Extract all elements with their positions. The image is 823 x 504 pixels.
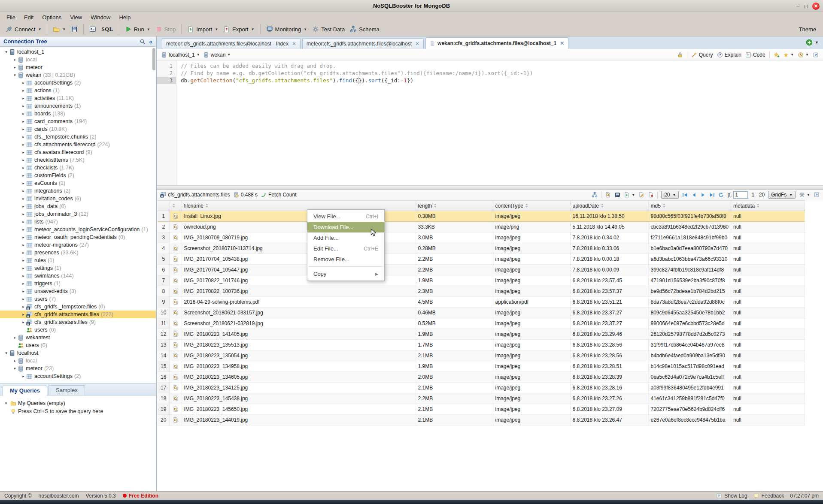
tree-item-unsaved-edits[interactable]: ▸unsaved-edits(3) [0,287,156,295]
table-row[interactable]: 7IMG_20170822_101746.jpg1.9MBimage/jpeg6… [158,275,805,286]
database-selector[interactable]: wekan ▼ [203,52,231,58]
explain-button[interactable]: ? Explain [717,52,741,58]
tree-item-cfs-attachments-filerecord[interactable]: ▸cfs.attachments.filerecord(224) [0,141,156,148]
row-view-cell[interactable] [170,232,182,243]
cell-length[interactable]: 2.3MB [416,286,493,297]
test-data-button[interactable]: Test Data [311,25,346,33]
cell-contenttype[interactable]: image/jpeg [493,415,570,426]
cell-uploaddate[interactable]: 6.8.2018 klo 23.27.09 [570,404,648,415]
table-row[interactable]: 14IMG_20180223_135054.jpg2.1MBimage/jpeg… [158,350,805,361]
cell-uploaddate[interactable]: 5.11.2018 klo 14.49.05 [570,222,648,232]
cell-uploaddate[interactable]: 6.8.2018 klo 23.28.56 [570,340,648,350]
view-document-icon[interactable] [173,224,179,230]
cell-uploaddate[interactable]: 6.8.2018 klo 23.37.27 [570,318,648,329]
tree-item-meteor-migrations[interactable]: ▸meteor-migrations(27) [0,241,156,249]
tree-item-rules[interactable]: ▸rules(1) [0,257,156,264]
cell-filename[interactable]: IMG_20180223_134125.jpg [182,383,416,393]
view-document-icon[interactable] [173,267,179,273]
tree-item-invitation-codes[interactable]: ▸invitation_codes(6) [0,195,156,202]
view-document-icon[interactable] [173,278,179,284]
view-mode-select[interactable]: GridFs ▼ [768,191,796,199]
cell-contenttype[interactable]: image/jpeg [493,265,570,275]
cell-md5[interactable]: 7202775eae70e5624b9d824cff6 [648,404,731,415]
cell-md5[interactable]: 26120d25798778dd7d2d5c0273 [648,329,731,340]
close-tab-icon[interactable]: ✕ [560,40,564,46]
cell-contenttype[interactable]: image/jpeg [493,372,570,383]
view-document-icon[interactable] [173,342,179,348]
expander-icon[interactable]: ▸ [21,166,26,170]
table-row[interactable]: 5IMG_20170704_105438.jpg2.2MBimage/jpeg7… [158,254,805,265]
run-button[interactable]: Run ▼ [124,25,152,33]
cell-filename[interactable]: 2016-04-29-solving-problems.pdf [182,297,416,308]
table-row[interactable]: 4Screenshot_20180710-113714.jpg0.28MBima… [158,243,805,254]
export-button[interactable]: Export ▼ [222,25,256,33]
cell-md5[interactable]: 471901d156539e2ba3f90c870f8 [648,275,731,286]
cell-length[interactable]: 2.1MB [416,404,493,415]
cell-length[interactable]: 0.38MB [416,211,493,222]
console-view-icon[interactable] [614,192,620,198]
expander-icon[interactable]: ▸ [21,88,26,93]
cell-uploaddate[interactable]: 7.8.2018 klo 0.34.02 [570,232,648,243]
expander-icon[interactable]: ▸ [21,266,26,270]
cell-length[interactable]: 1.7MB [416,340,493,350]
row-view-cell[interactable] [170,329,182,340]
tree-item-accountsettings[interactable]: ▸accountSettings(2) [0,79,156,87]
view-document-icon[interactable] [173,245,179,251]
maximize-button[interactable]: ◻ [804,3,808,9]
tree-item-cfs-tempstore-chunks[interactable]: ▸cfs._tempstore.chunks(2) [0,133,156,141]
cell-length[interactable]: 4.5MB [416,297,493,308]
cell-metadata[interactable]: null [731,350,805,361]
expand-results-icon[interactable] [814,192,820,198]
cell-uploaddate[interactable]: 6.8.2018 klo 23.26.47 [570,415,648,426]
table-row[interactable]: 8IMG_20170822_100736.jpg2.3MBimage/jpeg6… [158,286,805,297]
cell-metadata[interactable]: null [731,393,805,404]
cell-filename[interactable]: IMG_20180223_135513.jpg [182,340,416,350]
favorites-button[interactable]: ★ ▼ [784,52,794,58]
cell-md5[interactable]: 399c8274fbfb19c818c9af114df8 [648,265,731,275]
table-row[interactable]: 17IMG_20180223_134125.jpg2.1MBimage/jpeg… [158,383,805,393]
cell-md5[interactable]: b4bdb6e4faed0a909ba13e5df30 [648,350,731,361]
cell-md5[interactable]: a03f99f836480495e12fdb4e991 [648,383,731,393]
search-icon[interactable] [140,39,146,45]
view-document-icon[interactable] [605,192,611,198]
add-favorite-button[interactable] [774,52,780,58]
expander-icon[interactable]: ▸ [21,289,26,293]
cell-uploaddate[interactable]: 6.8.2018 klo 23.57.45 [570,275,648,286]
cell-filename[interactable]: IMG_20180223_145650.jpg [182,404,416,415]
cell-filename[interactable]: Screenshot_20180621-033157.jpg [182,308,416,318]
delete-document-icon[interactable] [648,192,654,198]
cell-md5[interactable]: 9800664e097e6cbbd573c28e5d [648,318,731,329]
cell-metadata[interactable]: null [731,254,805,265]
prev-page-button[interactable] [691,192,697,198]
cell-uploaddate[interactable]: 7.8.2018 klo 0.00.09 [570,265,648,275]
view-document-icon[interactable] [173,395,179,401]
table-row[interactable]: 13IMG_20180223_135513.jpg1.7MBimage/jpeg… [158,340,805,350]
expander-icon[interactable]: ▾ [3,351,9,355]
save-button[interactable] [70,25,79,33]
cell-filename[interactable]: IMG_20180223_144019.jpg [182,415,416,426]
tree-item-presences[interactable]: ▸presences(33.6K) [0,249,156,257]
refresh-icon[interactable] [718,192,724,198]
expand-editor-icon[interactable] [813,52,819,58]
cell-filename[interactable]: IMG_20170822_100736.jpg [182,286,416,297]
tab-my-queries[interactable]: My Queries [3,386,47,395]
menu-help[interactable]: Help [115,13,134,22]
cell-length[interactable]: 2.2MB [416,254,493,265]
editor-tab[interactable]: meteor:cfs_gridfs.attachments.files@loca… [302,38,424,49]
view-document-icon[interactable] [173,310,179,316]
table-row[interactable]: 16IMG_20180223_134605.jpg2.0MBimage/jpeg… [158,372,805,383]
row-view-cell[interactable] [170,404,182,415]
connection-selector[interactable]: localhost_1 ▼ [161,52,200,58]
table-row[interactable]: 11Screenshot_20180621-032819.jpg0.52MBim… [158,318,805,329]
cell-contenttype[interactable]: image/png [493,222,570,232]
tree-item-accountsettings[interactable]: ▸accountSettings(2) [0,372,156,380]
cell-filename[interactable]: Screenshot_20180621-032819.jpg [182,318,416,329]
cell-metadata[interactable]: null [731,415,805,426]
column-header-uploaddate[interactable]: uploadDate [570,201,648,211]
cell-contenttype[interactable]: image/jpeg [493,232,570,243]
cell-md5[interactable]: 0ea5c62d4a072c9e7ca4b1c5eff [648,372,731,383]
row-view-cell[interactable] [170,415,182,426]
expander-icon[interactable]: ▸ [21,212,26,216]
expander-icon[interactable]: ▸ [12,65,18,69]
tree-item-settings[interactable]: ▸settings(1) [0,264,156,272]
